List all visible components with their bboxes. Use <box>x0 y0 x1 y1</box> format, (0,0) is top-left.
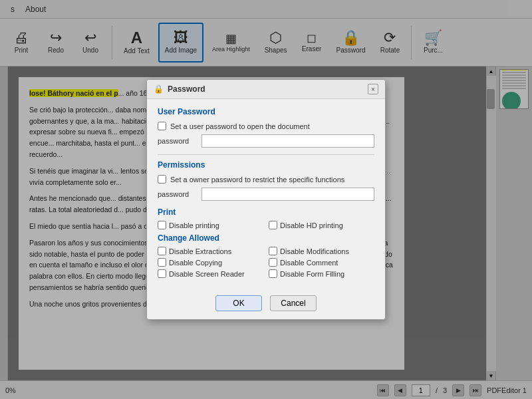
disable-extractions-label: Disable Extractions <box>169 247 231 255</box>
dialog-body: User Password Set a user password to ope… <box>147 99 385 290</box>
owner-password-input[interactable] <box>201 188 374 201</box>
user-password-checkbox[interactable] <box>158 122 166 130</box>
disable-screen-reader-item: Disable Screen Reader <box>158 269 263 278</box>
password-dialog: 🔒 Password × User Password Set a user pa… <box>146 79 386 320</box>
disable-comment-label: Disable Comment <box>280 259 338 267</box>
dialog-title-label: Password <box>168 84 205 94</box>
disable-modifications-item: Disable Modifications <box>269 247 374 255</box>
cancel-button[interactable]: Cancel <box>270 295 317 311</box>
change-allowed-grid: Disable Extractions Disable Modification… <box>158 247 374 278</box>
permissions-section-title: Permissions <box>158 160 374 170</box>
user-password-checkbox-label: Set a user password to open the document <box>170 122 310 130</box>
print-section-title: Print <box>158 207 374 217</box>
print-options-grid: Disable printing Disable HD printing <box>158 221 374 229</box>
disable-printing-checkbox[interactable] <box>158 221 166 229</box>
disable-hd-printing-checkbox[interactable] <box>269 221 277 229</box>
owner-password-field-row: password <box>158 188 374 201</box>
owner-password-field-label: password <box>158 190 196 198</box>
disable-form-filling-checkbox[interactable] <box>269 269 277 278</box>
dialog-title-text: 🔒 Password <box>154 84 205 94</box>
ok-button[interactable]: OK <box>215 295 262 311</box>
disable-modifications-label: Disable Modifications <box>280 247 349 255</box>
user-password-input[interactable] <box>201 134 374 148</box>
dialog-close-button[interactable]: × <box>368 84 378 94</box>
change-allowed-section-title: Change Allowed <box>158 233 374 243</box>
disable-printing-label: Disable printing <box>169 221 219 229</box>
owner-password-checkbox[interactable] <box>158 175 166 184</box>
disable-form-filling-label: Disable Form Filling <box>280 270 344 278</box>
disable-modifications-checkbox[interactable] <box>269 247 277 255</box>
dialog-title-bar: 🔒 Password × <box>147 80 385 99</box>
disable-comment-checkbox[interactable] <box>269 258 277 267</box>
dialog-footer: OK Cancel <box>147 290 385 319</box>
disable-form-filling-item: Disable Form Filling <box>269 269 374 278</box>
user-password-section-title: User Password <box>158 107 374 116</box>
disable-copying-checkbox[interactable] <box>158 258 166 267</box>
user-password-field-row: password <box>158 134 374 148</box>
disable-extractions-checkbox[interactable] <box>158 247 166 255</box>
disable-hd-printing-item: Disable HD printing <box>269 221 374 229</box>
owner-password-checkbox-row: Set a owner password to restrict the spe… <box>158 175 374 184</box>
disable-copying-label: Disable Copying <box>169 259 222 267</box>
dialog-title-icon: 🔒 <box>154 84 164 94</box>
user-password-checkbox-row: Set a user password to open the document <box>158 122 374 130</box>
disable-screen-reader-checkbox[interactable] <box>158 269 166 278</box>
disable-screen-reader-label: Disable Screen Reader <box>169 270 245 278</box>
user-password-field-label: password <box>158 137 196 145</box>
disable-extractions-item: Disable Extractions <box>158 247 263 255</box>
disable-copying-item: Disable Copying <box>158 258 263 267</box>
disable-hd-printing-label: Disable HD printing <box>280 221 343 229</box>
modal-overlay: 🔒 Password × User Password Set a user pa… <box>0 0 532 399</box>
disable-printing-item: Disable printing <box>158 221 263 229</box>
dialog-divider-1 <box>158 154 374 155</box>
disable-comment-item: Disable Comment <box>269 258 374 267</box>
owner-password-checkbox-label: Set a owner password to restrict the spe… <box>170 176 344 184</box>
